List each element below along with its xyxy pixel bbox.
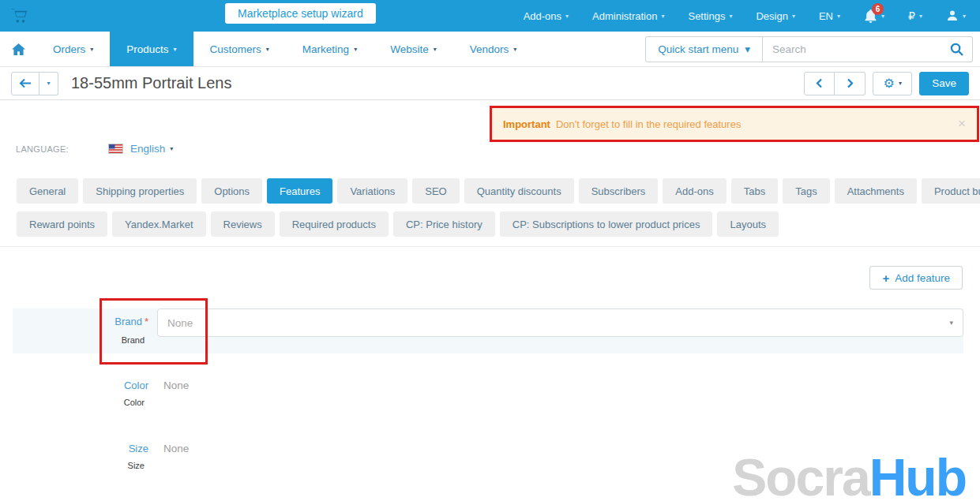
chevron-down-icon: ▾ bbox=[899, 80, 902, 87]
tab-product-bundles[interactable]: Product bundles bbox=[922, 178, 980, 204]
titlebar: ▾ 18-55mm Portrait Lens ⚙ ▾ Save bbox=[0, 67, 980, 100]
tab-features[interactable]: Features bbox=[267, 178, 332, 204]
chevron-down-icon: ▾ bbox=[174, 46, 177, 53]
tab-attachments[interactable]: Attachments bbox=[835, 178, 917, 204]
quick-start-menu-button[interactable]: Quick start menu ▾ bbox=[645, 36, 763, 62]
us-flag-icon bbox=[108, 144, 123, 154]
feature-size-value[interactable]: None bbox=[163, 443, 189, 454]
add-feature-button[interactable]: + Add feature bbox=[869, 266, 963, 290]
tab-required-products[interactable]: Required products bbox=[280, 211, 389, 237]
user-menu[interactable]: ▾ bbox=[946, 9, 966, 22]
next-product-button[interactable] bbox=[835, 72, 865, 95]
feature-color-value[interactable]: None bbox=[163, 379, 189, 391]
notifications-menu[interactable]: 6 ▾ bbox=[864, 9, 884, 23]
chevron-down-icon: ▾ bbox=[513, 46, 516, 53]
tab-tags[interactable]: Tags bbox=[783, 178, 829, 204]
page: Marketplace setup wizard Add-ons ▾ Admin… bbox=[0, 0, 980, 501]
tabs-row-1: General Shipping properties Options Feat… bbox=[17, 178, 980, 204]
back-button[interactable] bbox=[11, 72, 39, 95]
tab-general[interactable]: General bbox=[17, 178, 78, 204]
plus-icon: + bbox=[882, 272, 889, 284]
menu-settings-label: Settings bbox=[688, 10, 725, 22]
tab-reviews[interactable]: Reviews bbox=[211, 211, 275, 237]
settings-gear-button[interactable]: ⚙ ▾ bbox=[873, 72, 912, 95]
tab-seo[interactable]: SEO bbox=[412, 178, 459, 204]
chevron-down-icon: ▾ bbox=[434, 46, 437, 53]
menu-design[interactable]: Design ▾ bbox=[756, 10, 794, 22]
nav-products[interactable]: Products ▾ bbox=[110, 32, 193, 66]
tab-cp-price-history[interactable]: CP: Price history bbox=[393, 211, 495, 237]
close-icon[interactable]: × bbox=[958, 116, 966, 132]
socrahub-watermark: SocraHub bbox=[732, 447, 966, 501]
required-asterisk: * bbox=[145, 316, 148, 327]
tab-subscribers[interactable]: Subscribers bbox=[579, 178, 659, 204]
banner-message: Don't forget to fill in the required fea… bbox=[556, 118, 741, 130]
topbar: Marketplace setup wizard Add-ons ▾ Admin… bbox=[0, 0, 980, 32]
important-notification-banner: Important Don't forget to fill in the re… bbox=[492, 108, 977, 140]
language-menu[interactable]: EN ▾ bbox=[819, 10, 840, 22]
banner-label: Important bbox=[503, 118, 550, 130]
chevron-down-icon: ▾ bbox=[792, 13, 795, 20]
brand-select-value: None bbox=[167, 317, 193, 329]
tab-variations[interactable]: Variations bbox=[337, 178, 407, 204]
marketplace-setup-wizard-button[interactable]: Marketplace setup wizard bbox=[225, 3, 376, 24]
home-icon[interactable] bbox=[0, 32, 36, 66]
menu-administration[interactable]: Administration ▾ bbox=[592, 10, 664, 22]
feature-color-name: Color bbox=[0, 379, 148, 391]
main-navbar: Orders ▾ Products ▾ Customers ▾ Marketin… bbox=[0, 32, 980, 67]
feature-brand-description: Brand bbox=[0, 335, 145, 345]
feature-size-description: Size bbox=[0, 461, 145, 470]
language-selector[interactable]: English ▾ bbox=[130, 143, 173, 155]
nav-vendors[interactable]: Vendors ▾ bbox=[453, 32, 534, 66]
nav-website[interactable]: Website ▾ bbox=[374, 32, 453, 66]
tab-layouts[interactable]: Layouts bbox=[717, 211, 779, 237]
quick-start-menu-label: Quick start menu bbox=[658, 43, 738, 55]
tab-options[interactable]: Options bbox=[201, 178, 262, 204]
search-box bbox=[763, 36, 973, 62]
nav-website-label: Website bbox=[390, 43, 429, 55]
nav-orders[interactable]: Orders ▾ bbox=[36, 32, 110, 66]
menu-settings[interactable]: Settings ▾ bbox=[688, 10, 732, 22]
nav-orders-label: Orders bbox=[53, 43, 85, 55]
previous-product-button[interactable] bbox=[804, 72, 835, 95]
chevron-down-icon: ▾ bbox=[745, 43, 750, 55]
nav-products-label: Products bbox=[126, 43, 168, 55]
tab-shipping-properties[interactable]: Shipping properties bbox=[83, 178, 197, 204]
search-button[interactable] bbox=[941, 37, 972, 62]
nav-marketing[interactable]: Marketing ▾ bbox=[286, 32, 374, 66]
topbar-menu: Add-ons ▾ Administration ▾ Settings ▾ De… bbox=[524, 9, 980, 23]
gear-icon: ⚙ bbox=[884, 77, 895, 90]
language-menu-label: EN bbox=[819, 10, 833, 22]
tab-add-ons[interactable]: Add-ons bbox=[663, 178, 726, 204]
menu-add-ons-label: Add-ons bbox=[524, 10, 561, 22]
chevron-down-icon: ▾ bbox=[170, 145, 173, 152]
currency-menu[interactable]: ₽ ▾ bbox=[908, 9, 922, 22]
chevron-down-icon: ▾ bbox=[729, 13, 732, 20]
notification-badge: 6 bbox=[872, 3, 884, 15]
search-input[interactable] bbox=[763, 43, 941, 55]
tab-cp-subscriptions[interactable]: CP: Subscriptions to lower product price… bbox=[500, 211, 713, 237]
tab-quantity-discounts[interactable]: Quantity discounts bbox=[464, 178, 574, 204]
menu-add-ons[interactable]: Add-ons ▾ bbox=[524, 10, 569, 22]
language-row: LANGUAGE: English ▾ bbox=[16, 143, 173, 155]
cart-icon[interactable] bbox=[11, 8, 28, 24]
chevron-down-icon: ▾ bbox=[90, 46, 93, 53]
brand-select[interactable]: None ▾ bbox=[157, 308, 963, 337]
chevron-down-icon: ▾ bbox=[963, 13, 966, 20]
tab-reward-points[interactable]: Reward points bbox=[17, 211, 107, 237]
nav-vendors-label: Vendors bbox=[470, 43, 509, 55]
chevron-down-icon: ▾ bbox=[661, 13, 664, 20]
tab-tabs[interactable]: Tabs bbox=[731, 178, 778, 204]
feature-brand-name: Brand* bbox=[0, 316, 148, 327]
menu-administration-label: Administration bbox=[592, 10, 657, 22]
chevron-down-icon: ▾ bbox=[919, 13, 922, 20]
save-button[interactable]: Save bbox=[919, 72, 969, 95]
feature-size-name: Size bbox=[0, 443, 148, 454]
tab-yandex-market[interactable]: Yandex.Market bbox=[112, 211, 205, 237]
currency-symbol: ₽ bbox=[908, 9, 915, 22]
back-button-group: ▾ bbox=[11, 72, 58, 95]
nav-customers[interactable]: Customers ▾ bbox=[193, 32, 286, 66]
annotation-banner-highlight: Important Don't forget to fill in the re… bbox=[490, 106, 979, 142]
back-dropdown-button[interactable]: ▾ bbox=[39, 72, 58, 95]
feature-color-description: Color bbox=[0, 398, 145, 407]
